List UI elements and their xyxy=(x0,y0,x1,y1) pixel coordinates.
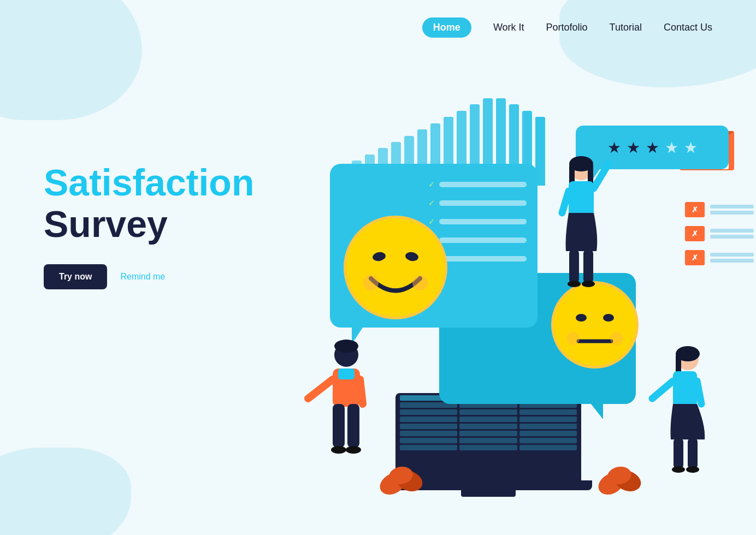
plant-right-svg xyxy=(598,456,641,500)
mail-icons-list xyxy=(685,202,754,265)
mail-line-1a xyxy=(710,205,754,209)
svg-rect-41 xyxy=(688,438,698,468)
svg-point-42 xyxy=(672,466,685,473)
person-right xyxy=(658,344,718,497)
person-left xyxy=(319,338,374,491)
nav-item-portfolio[interactable]: Portofolio xyxy=(546,22,588,33)
svg-line-29 xyxy=(562,191,569,213)
laptop-stand xyxy=(461,490,516,497)
mail-lines-2 xyxy=(710,229,754,239)
person-top xyxy=(554,153,609,317)
nav-item-contact[interactable]: Contact Us xyxy=(664,22,712,33)
hero-content: Satisfaction Survey Try now Remind me xyxy=(44,164,254,289)
svg-rect-37 xyxy=(673,371,697,407)
svg-point-32 xyxy=(568,281,581,287)
laptop-cell-r2c2 xyxy=(459,409,517,415)
star-3: ★ xyxy=(646,139,659,157)
laptop-row-3 xyxy=(400,417,577,422)
laptop-screen xyxy=(395,393,581,480)
laptop-cell-r4c2 xyxy=(459,424,517,429)
svg-point-22 xyxy=(346,446,361,454)
checkmark-1: ✓ xyxy=(428,180,435,189)
star-2: ★ xyxy=(627,139,640,157)
remind-me-button[interactable]: Remind me xyxy=(120,272,165,282)
person-left-svg xyxy=(319,338,374,491)
mail-lines-1 xyxy=(710,205,754,215)
nav-item-home[interactable]: Home xyxy=(422,17,471,38)
bg-blob-bottomleft xyxy=(0,448,131,535)
laptop-row-6 xyxy=(400,438,577,443)
laptop-row-2 xyxy=(400,409,577,415)
laptop-cell-r2c1 xyxy=(400,409,457,415)
svg-point-21 xyxy=(331,446,346,454)
svg-rect-40 xyxy=(674,438,683,468)
laptop-row-4 xyxy=(400,424,577,429)
star-5: ★ xyxy=(684,139,698,157)
mail-icon-item-3 xyxy=(685,250,754,265)
laptop-cell-r4c1 xyxy=(400,424,457,429)
svg-point-12 xyxy=(610,332,623,345)
svg-point-14 xyxy=(334,340,358,353)
svg-point-5 xyxy=(412,275,428,290)
check-line-5 xyxy=(439,256,527,261)
svg-rect-16 xyxy=(338,368,355,379)
plant-right xyxy=(598,456,641,502)
svg-point-1 xyxy=(346,218,445,317)
laptop-cell-r6c2 xyxy=(459,438,517,443)
checkmark-2: ✓ xyxy=(428,199,435,207)
person-right-svg xyxy=(658,344,718,497)
star-4: ★ xyxy=(665,139,678,157)
title-line2: Survey xyxy=(44,205,254,242)
laptop-cell-r7c2 xyxy=(459,445,517,450)
svg-point-4 xyxy=(363,275,379,290)
person-top-svg xyxy=(554,153,609,317)
check-line-3 xyxy=(439,219,527,224)
try-now-button[interactable]: Try now xyxy=(44,264,107,289)
small-mail-1 xyxy=(685,202,705,217)
check-line-4 xyxy=(439,237,527,243)
mail-icon-item-1 xyxy=(685,202,754,217)
laptop-cell-r4c3 xyxy=(519,424,577,429)
mail-line-1b xyxy=(710,211,754,215)
main-illustration: ✓ ✓ ✓ ✓ ✓ xyxy=(286,44,756,535)
svg-rect-30 xyxy=(569,250,579,283)
plant-left xyxy=(379,456,423,502)
mail-line-3a xyxy=(710,253,754,257)
nav-items: Home Work It Portofolio Tutorial Contact… xyxy=(422,17,712,38)
mail-line-2a xyxy=(710,229,754,233)
title-line1: Satisfaction xyxy=(44,164,254,201)
check-item-2: ✓ xyxy=(428,199,527,207)
svg-rect-19 xyxy=(333,404,345,448)
laptop-cell-r2c3 xyxy=(519,409,577,415)
svg-rect-20 xyxy=(347,404,359,448)
laptop-cell-r5c1 xyxy=(400,431,457,436)
svg-point-11 xyxy=(566,332,580,345)
mail-line-3b xyxy=(710,259,754,263)
nav-item-workit[interactable]: Work It xyxy=(493,22,524,33)
svg-line-18 xyxy=(360,379,363,404)
mail-lines-3 xyxy=(710,253,754,263)
mail-icon-item-2 xyxy=(685,226,754,241)
check-line-2 xyxy=(439,200,527,206)
laptop-cell-r6c3 xyxy=(519,438,577,443)
laptop-table xyxy=(400,395,577,478)
plant-left-svg xyxy=(379,456,423,500)
navbar: Home Work It Portofolio Tutorial Contact… xyxy=(0,0,756,55)
small-mail-2 xyxy=(685,226,705,241)
svg-point-33 xyxy=(582,281,595,287)
laptop-row-7 xyxy=(400,445,577,450)
svg-point-43 xyxy=(686,466,699,473)
laptop-cell-r7c3 xyxy=(519,445,577,450)
check-item-1: ✓ xyxy=(428,180,527,189)
laptop-cell-r7c1 xyxy=(400,445,457,450)
star-1: ★ xyxy=(607,139,621,157)
svg-line-17 xyxy=(308,379,333,399)
nav-item-tutorial[interactable]: Tutorial xyxy=(610,22,642,33)
svg-rect-27 xyxy=(569,181,594,217)
svg-rect-31 xyxy=(583,250,593,283)
laptop-row-5 xyxy=(400,431,577,436)
laptop-cell-r3c1 xyxy=(400,417,457,422)
svg-line-28 xyxy=(594,164,609,188)
small-mail-3 xyxy=(685,250,705,265)
laptop-cell-r5c2 xyxy=(459,431,517,436)
